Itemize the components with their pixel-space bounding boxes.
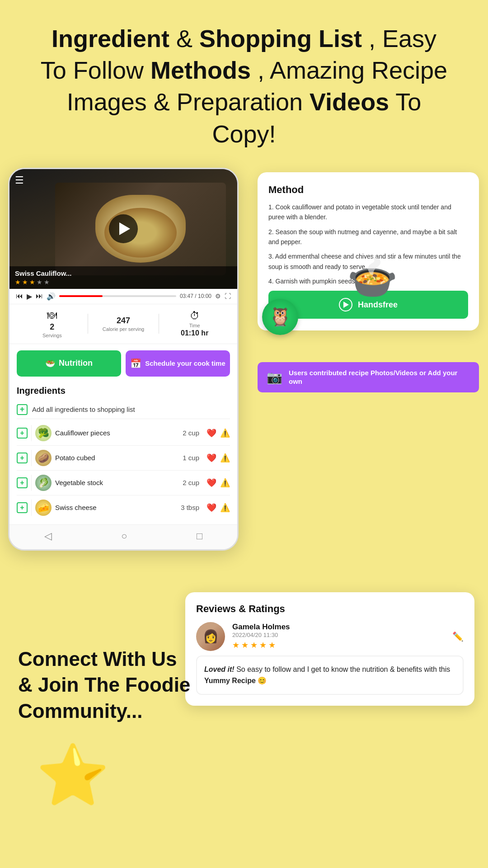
star-2: ★ xyxy=(22,278,28,286)
schedule-icon: 📅 xyxy=(130,358,141,369)
ing-add-1[interactable]: + xyxy=(17,428,28,439)
reviewer-header: 👩 Gamela Holmes 2022/04/20 11:30 ★ ★ ★ ★… xyxy=(196,622,464,651)
handsfree-label: Handsfree xyxy=(358,300,398,310)
star-3: ★ xyxy=(29,278,35,286)
reviewer-name: Gamela Holmes xyxy=(232,623,445,632)
ing-heart-2[interactable]: ❤️ xyxy=(206,453,216,463)
header-section: Ingredient & Shopping List , EasyTo Foll… xyxy=(0,0,488,159)
video-stars: ★ ★ ★ ★ ★ xyxy=(15,278,232,286)
ing-icon-4: 🧀 xyxy=(35,500,52,516)
video-time: 03:47 / 10:00 xyxy=(180,293,211,299)
ing-add-2[interactable]: + xyxy=(17,453,28,463)
servings-label: Servings xyxy=(42,333,62,338)
settings-icon[interactable]: ⚙ xyxy=(215,292,221,300)
main-content: 🍲 🦉 ☰ Swiss Cauliflow... xyxy=(0,159,488,814)
footer-line1: Connect With Us xyxy=(18,646,190,672)
review-star-3: ★ xyxy=(250,640,258,650)
video-section[interactable]: ☰ Swiss Cauliflow... ★ ★ ★ ★ ★ xyxy=(9,169,237,289)
ingredients-section: Ingredients + Add all ingredients to sho… xyxy=(9,383,237,524)
reviewer-info: Gamela Holmes 2022/04/20 11:30 ★ ★ ★ ★ ★ xyxy=(232,623,445,650)
review-star-1: ★ xyxy=(232,640,239,650)
method-title: Method xyxy=(268,184,468,196)
ing-amount-3: 2 cup xyxy=(183,479,199,486)
video-title-bar: Swiss Cauliflow... ★ ★ ★ ★ ★ xyxy=(9,266,237,289)
nutrition-label: Nutrition xyxy=(59,359,93,368)
schedule-label: Schedule your cook time xyxy=(145,359,225,368)
ingredient-row-2: + 🥔 Potato cubed 1 cup ❤️ ⚠️ xyxy=(17,446,230,471)
small-play-triangle xyxy=(343,302,349,308)
ing-allergy-1[interactable]: ⚠️ xyxy=(220,428,230,438)
ing-heart-3[interactable]: ❤️ xyxy=(206,478,216,488)
reviews-card: Reviews & Ratings 👩 Gamela Holmes 2022/0… xyxy=(185,592,474,706)
photos-icon: 📷 xyxy=(267,370,282,385)
time-value: 01:10 hr xyxy=(181,329,208,337)
header-shopping: Shopping List xyxy=(199,25,362,52)
nav-bar: ◁ ○ □ xyxy=(9,524,237,549)
star-5: ★ xyxy=(44,278,50,286)
star-1: ★ xyxy=(15,278,21,286)
time-info: ⏱ Time 01:10 hr xyxy=(159,310,230,337)
ing-add-3[interactable]: + xyxy=(17,477,28,488)
ing-allergy-3[interactable]: ⚠️ xyxy=(220,478,230,488)
review-star-2: ★ xyxy=(241,640,249,650)
photos-text: Users contributed recipe Photos/Videos o… xyxy=(289,368,470,386)
ing-heart-1[interactable]: ❤️ xyxy=(206,428,216,438)
progress-fill xyxy=(59,295,103,297)
schedule-button[interactable]: 📅 Schedule your cook time xyxy=(126,350,230,377)
calories-label: Calorie per serving xyxy=(103,326,144,332)
progress-bar[interactable] xyxy=(59,295,176,297)
method-step-2: 2. Season the soup with nutmeg and cayen… xyxy=(268,227,468,247)
servings-info: 🍽 2 Servings xyxy=(17,310,88,338)
play-pause-icon[interactable]: ▶ xyxy=(27,292,32,301)
ing-allergy-4[interactable]: ⚠️ xyxy=(220,503,230,513)
video-title-text: Swiss Cauliflow... xyxy=(15,269,232,277)
header-ingredient: Ingredient xyxy=(52,25,169,52)
ing-name-1: Cauliflower pieces xyxy=(55,429,179,437)
ing-amount-1: 2 cup xyxy=(183,429,199,437)
edit-icon[interactable]: ✏️ xyxy=(452,631,464,642)
nav-back-icon[interactable]: ◁ xyxy=(44,530,52,542)
review-date: 2022/04/20 11:30 xyxy=(232,632,445,638)
nav-home-icon[interactable]: ○ xyxy=(121,530,127,542)
menu-icon[interactable]: ☰ xyxy=(15,175,24,186)
star-4: ★ xyxy=(37,278,42,286)
nutrition-button[interactable]: 🥗 Nutrition xyxy=(17,350,121,377)
cooking-pot-decoration: 🍲 xyxy=(347,254,398,301)
reviews-title: Reviews & Ratings xyxy=(196,603,464,615)
add-all-plus-icon: + xyxy=(17,404,28,415)
ing-divider-2 xyxy=(31,450,32,466)
review-star-4: ★ xyxy=(259,640,267,650)
ing-amount-2: 1 cup xyxy=(183,454,199,462)
review-bold-text: Loved it! xyxy=(204,665,235,673)
ingredient-row-1: + 🥦 Cauliflower pieces 2 cup ❤️ ⚠️ xyxy=(17,421,230,446)
fullscreen-icon[interactable]: ⛶ xyxy=(225,292,231,300)
skip-forward-icon[interactable]: ⏭ xyxy=(36,292,43,300)
ingredient-row-4: + 🧀 Swiss cheese 3 tbsp ❤️ ⚠️ xyxy=(17,495,230,520)
play-triangle xyxy=(119,222,130,235)
review-star-5: ★ xyxy=(268,640,276,650)
header-methods: Methods xyxy=(150,57,251,84)
nav-recents-icon[interactable]: □ xyxy=(197,530,202,542)
footer-line2: & Join The Foodie xyxy=(18,672,190,698)
calories-info: 247 Calorie per serving xyxy=(88,316,159,332)
servings-icon: 🍽 xyxy=(47,310,57,321)
ing-divider-3 xyxy=(31,475,32,491)
review-regular-text: So easy to follow and I get to know the … xyxy=(236,665,450,673)
review-text-box: Loved it! So easy to follow and I get to… xyxy=(196,656,464,695)
ing-name-3: Vegetable stock xyxy=(55,479,179,486)
calories-value: 247 xyxy=(117,316,130,326)
video-controls: ⏮ ▶ ⏭ 🔊 03:47 / 10:00 ⚙ ⛶ xyxy=(9,289,237,304)
ing-heart-4[interactable]: ❤️ xyxy=(206,503,216,513)
ingredient-row-3: + 🥬 Vegetable stock 2 cup ❤️ ⚠️ xyxy=(17,471,230,495)
play-button[interactable] xyxy=(109,214,138,243)
ing-add-4[interactable]: + xyxy=(17,502,28,513)
add-all-row[interactable]: + Add all ingredients to shopping list xyxy=(17,401,230,419)
review-stars: ★ ★ ★ ★ ★ xyxy=(232,640,445,650)
ing-allergy-2[interactable]: ⚠️ xyxy=(220,453,230,463)
photos-bar[interactable]: 📷 Users contributed recipe Photos/Videos… xyxy=(258,362,479,392)
volume-icon[interactable]: 🔊 xyxy=(47,292,56,301)
ing-divider-1 xyxy=(31,425,32,441)
skip-back-icon[interactable]: ⏮ xyxy=(16,292,23,300)
recipe-info-bar: 🍽 2 Servings 247 Calorie per serving ⏱ T… xyxy=(9,304,237,344)
add-all-text: Add all ingredients to shopping list xyxy=(32,406,135,413)
